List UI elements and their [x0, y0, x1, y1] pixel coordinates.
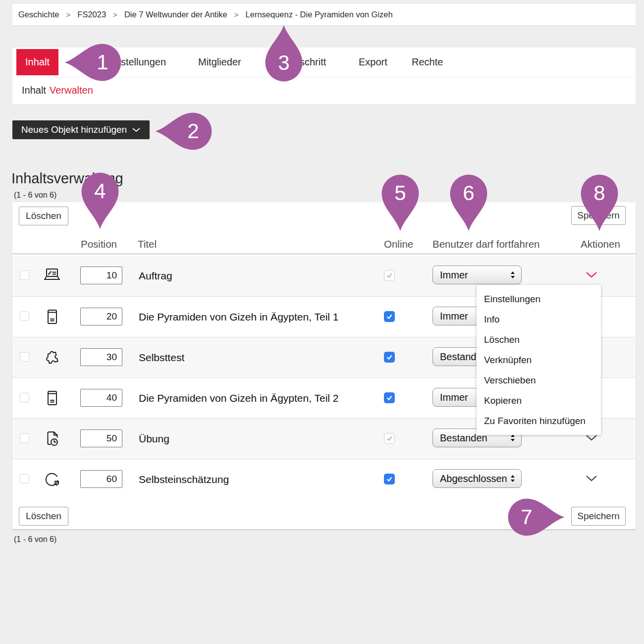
breadcrumb: Geschichte > FS2023 > Die 7 Weltwunder d…	[12, 4, 636, 26]
breadcrumb-item[interactable]: Geschichte	[18, 10, 59, 19]
chevron-down-icon	[132, 127, 141, 132]
row-select-checkbox[interactable]	[20, 393, 29, 402]
breadcrumb-item[interactable]: Lernsequenz - Die Pyramiden von Gizeh	[246, 10, 393, 19]
position-input[interactable]	[80, 429, 122, 447]
self-assessment-icon	[42, 470, 62, 489]
online-checkbox[interactable]	[384, 474, 395, 484]
save-button-bottom[interactable]: Speichern	[571, 507, 626, 526]
check-icon	[385, 434, 393, 442]
actions-chevron-icon[interactable]	[586, 475, 597, 482]
position-input[interactable]	[80, 267, 122, 284]
column-header-actions: Aktionen	[581, 238, 620, 250]
continue-select-value: Abgeschlossen	[440, 473, 507, 484]
tab-mitglieder[interactable]: Mitglieder	[198, 48, 241, 76]
header-divider	[12, 254, 636, 254]
check-icon	[385, 271, 393, 279]
row-title[interactable]: Auftrag	[139, 256, 172, 296]
online-checkbox[interactable]	[384, 352, 395, 363]
select-arrows-icon	[510, 475, 515, 483]
row-title[interactable]: Selbsttest	[139, 337, 184, 378]
actions-chevron-icon[interactable]	[586, 271, 597, 278]
selftest-puzzle-icon	[42, 348, 62, 368]
learning-module-icon	[42, 307, 62, 327]
breadcrumb-separator: >	[66, 10, 71, 19]
row-select-checkbox[interactable]	[20, 433, 29, 443]
row-select-checkbox[interactable]	[20, 312, 29, 321]
table-row: Selbsteinschätzung Abgeschlossen	[12, 459, 636, 499]
row-select-checkbox[interactable]	[20, 474, 29, 483]
breadcrumb-item[interactable]: FS2023	[77, 10, 106, 19]
row-title[interactable]: Übung	[139, 419, 169, 459]
select-arrows-icon	[510, 271, 515, 279]
online-checkbox[interactable]	[384, 270, 395, 281]
tab-inhalt[interactable]: Inhalt	[16, 49, 58, 75]
check-icon	[385, 475, 393, 483]
menu-item-verschieben[interactable]: Verschieben	[477, 370, 601, 390]
result-range-bottom: (1 - 6 von 6)	[14, 535, 56, 544]
breadcrumb-item[interactable]: Die 7 Weltwunder der Antike	[124, 10, 227, 19]
save-button-top[interactable]: Speichern	[571, 206, 626, 225]
content-management-page: Geschichte > FS2023 > Die 7 Weltwunder d…	[0, 0, 644, 644]
online-checkbox[interactable]	[384, 433, 395, 444]
position-input[interactable]	[80, 470, 122, 488]
check-icon	[385, 394, 393, 402]
annotation-marker-2: 2	[174, 112, 213, 170]
exercise-clock-icon	[42, 429, 62, 449]
select-arrows-icon	[510, 434, 515, 442]
add-object-label: Neues Objekt hinzufügen	[21, 124, 127, 135]
row-title[interactable]: Selbsteinschätzung	[139, 459, 229, 500]
breadcrumb-separator: >	[113, 10, 117, 19]
row-title[interactable]: Die Pyramiden von Gizeh in Ägypten, Teil…	[139, 378, 339, 419]
page-title: Inhaltsverwaltung	[11, 170, 123, 187]
row-title[interactable]: Die Pyramiden von Gizeh in Ägypten, Teil…	[139, 297, 339, 337]
subtab-inhalt[interactable]: Inhalt	[22, 77, 46, 103]
position-input[interactable]	[80, 348, 122, 366]
continue-select-value: Immer	[440, 392, 468, 403]
row-select-checkbox[interactable]	[20, 352, 29, 362]
tab-lernfortschritt[interactable]: Lernfortschritt	[266, 48, 326, 76]
marker-number: 2	[174, 112, 213, 151]
tab-einstellungen[interactable]: Einstellungen	[107, 48, 166, 76]
continue-select-value: Immer	[440, 311, 468, 322]
assignment-icon	[42, 266, 62, 286]
subtab-verwalten[interactable]: Verwalten	[50, 77, 93, 103]
position-input[interactable]	[80, 308, 122, 325]
menu-item-kopieren[interactable]: Kopieren	[477, 390, 601, 411]
delete-button-bottom[interactable]: Löschen	[19, 507, 68, 526]
check-icon	[385, 313, 393, 321]
column-header-continue: Benutzer darf fortfahren	[432, 238, 540, 250]
continue-select[interactable]: Abgeschlossen	[432, 469, 522, 488]
column-header-title: Titel	[138, 238, 157, 250]
menu-item-verknuepfen[interactable]: Verknüpfen	[477, 350, 601, 370]
continue-select-value: Immer	[440, 269, 468, 281]
online-checkbox[interactable]	[384, 392, 395, 403]
breadcrumb-separator: >	[234, 10, 239, 19]
menu-item-einstellungen[interactable]: Einstellungen	[477, 289, 601, 309]
online-checkbox[interactable]	[384, 311, 395, 322]
column-header-online: Online	[384, 238, 413, 250]
tab-bar: Inhalt Einstellungen Mitglieder Lernfort…	[12, 48, 636, 104]
tab-rechte[interactable]: Rechte	[412, 48, 443, 76]
row-select-checkbox[interactable]	[20, 270, 29, 280]
actions-dropdown-menu: Einstellungen Info Löschen Verknüpfen Ve…	[477, 285, 601, 435]
menu-item-info[interactable]: Info	[477, 309, 601, 329]
menu-item-loeschen[interactable]: Löschen	[477, 329, 601, 350]
position-input[interactable]	[80, 389, 122, 407]
tab-export[interactable]: Export	[359, 48, 387, 76]
continue-select[interactable]: Immer	[432, 266, 522, 284]
result-range-top: (1 - 6 von 6)	[14, 191, 56, 200]
menu-item-zu-favoriten[interactable]: Zu Favoriten hinzufügen	[477, 411, 601, 431]
check-icon	[385, 353, 393, 361]
tab-divider	[12, 77, 636, 77]
learning-module-icon	[42, 388, 62, 408]
tab-label: Inhalt	[25, 56, 50, 68]
delete-button-top[interactable]: Löschen	[19, 207, 68, 225]
actions-chevron-icon[interactable]	[586, 434, 597, 441]
add-object-button[interactable]: Neues Objekt hinzufügen	[12, 120, 150, 139]
column-header-position: Position	[81, 238, 117, 250]
